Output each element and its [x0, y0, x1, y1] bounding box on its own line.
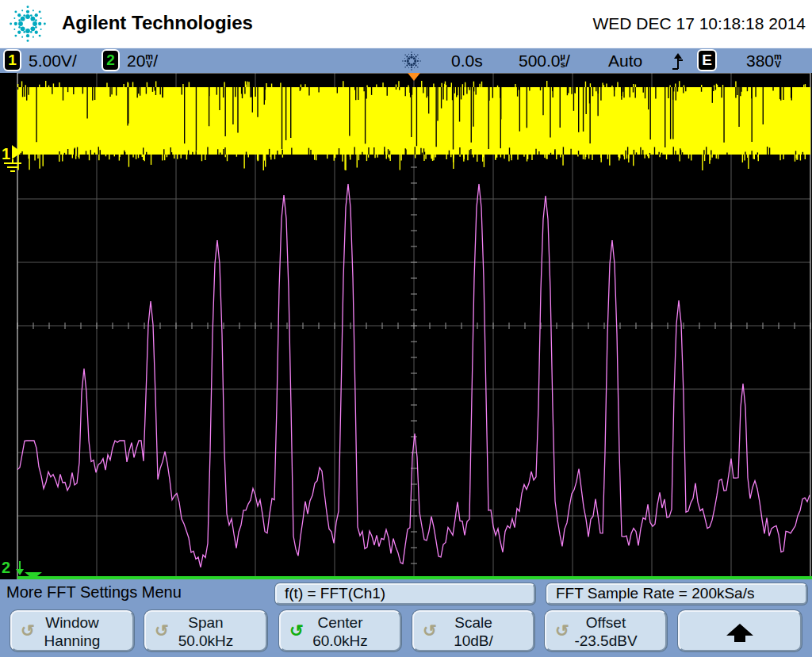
channel2-scale-unit: mV [145, 52, 153, 68]
timebase-readout: 500.0µs/ [519, 52, 570, 71]
trigger-level-readout: 380mV [746, 52, 782, 71]
channel1-badge: 1 [3, 49, 21, 71]
softkey-scale[interactable]: ↺ Scale 10dB/ [412, 610, 534, 651]
delay-readout: 0.0s [451, 52, 483, 71]
trigger-mode-label: Auto [608, 52, 642, 71]
back-arrow-icon [724, 622, 756, 643]
softkey-offset[interactable]: ↺ Offset -23.5dBV [545, 610, 667, 651]
knob-icon-active: ↺ [289, 621, 304, 640]
knob-icon: ↺ [21, 621, 35, 640]
softkey-window[interactable]: ↺ Window Hanning [10, 610, 134, 651]
softkey-back[interactable] [678, 610, 802, 651]
knob-icon: ↺ [155, 621, 169, 640]
agilent-spark-icon [6, 2, 49, 45]
acquisition-spark-icon [400, 50, 423, 72]
datetime-label: WED DEC 17 10:18:18 2014 [593, 14, 806, 33]
menu-title: More FFT Settings Menu [6, 583, 182, 602]
svg-text:2: 2 [2, 559, 10, 576]
fft-sample-rate-readout: FFT Sample Rate = 200kSa/s [546, 583, 807, 605]
brand-title: Agilent Technologies [62, 12, 253, 34]
channel2-scale-value: 20 [127, 52, 145, 70]
svg-text:1: 1 [2, 145, 10, 162]
channel2-scale: 20mV/ [127, 52, 158, 71]
knob-icon: ↺ [555, 621, 569, 640]
softkey-center[interactable]: ↺ Center 60.0kHz [279, 610, 401, 651]
knob-icon: ↺ [423, 621, 437, 640]
status-bar: 1 5.00V/ 2 20mV/ 0.0s 500.0µs/ Auto E 38… [0, 48, 812, 73]
edge-trigger-icon [671, 52, 684, 71]
scope-display: 12 [0, 73, 812, 579]
header: Agilent Technologies WED DEC 17 10:18:18… [0, 0, 812, 48]
channel1-scale: 5.00V/ [29, 52, 77, 71]
fft-function-readout: f(t) = FFT(Ch1) [275, 583, 535, 605]
channel2-badge: 2 [102, 49, 120, 71]
trigger-level-unit: mV [774, 52, 782, 68]
softkey-panel: More FFT Settings Menu f(t) = FFT(Ch1) F… [0, 579, 812, 657]
oscilloscope-screen: Agilent Technologies WED DEC 17 10:18:18… [0, 0, 812, 657]
softkey-span[interactable]: ↺ Span 50.0kHz [144, 610, 267, 651]
trigger-source-badge: E [697, 49, 717, 71]
